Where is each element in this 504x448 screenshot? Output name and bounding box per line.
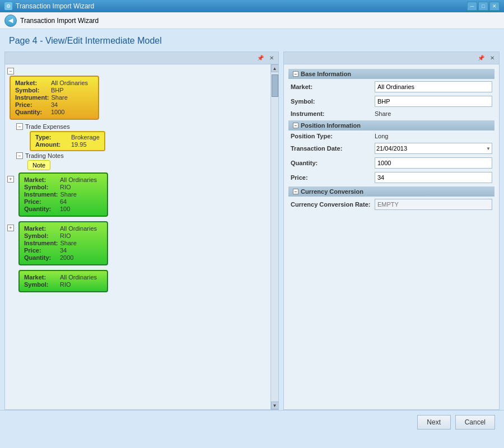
- maximize-button[interactable]: □: [478, 2, 488, 11]
- notes-toggle[interactable]: − Trading Notes: [16, 151, 268, 160]
- rio2-symbol: RIO: [60, 232, 71, 239]
- rio2-expand-toggle[interactable]: +: [7, 221, 14, 232]
- base-info-section-header: − Base Information: [288, 69, 494, 79]
- expense-amount: 19.95: [71, 141, 87, 148]
- breadcrumb-bar: ◀ Transaction Import Wizard: [0, 12, 504, 29]
- bhp-expand-toggle[interactable]: −: [7, 67, 268, 76]
- back-button[interactable]: ◀: [4, 15, 17, 27]
- base-info-collapse-icon[interactable]: −: [293, 71, 298, 77]
- rio1-expand-toggle[interactable]: +: [7, 172, 14, 184]
- currency-rate-input[interactable]: [375, 199, 492, 210]
- app-icon: ⚙: [4, 2, 12, 10]
- quantity-row: Quantity:: [288, 157, 494, 169]
- scroll-down-arrow[interactable]: ▼: [271, 402, 279, 409]
- currency-rate-row: Currency Conversion Rate:: [288, 199, 494, 210]
- rio2-market: All Ordinaries: [60, 225, 97, 232]
- expense-card-container: Type: Brokerage Amount: 19.95: [16, 131, 268, 151]
- note-badge-container: Note: [16, 160, 268, 170]
- next-button[interactable]: Next: [417, 415, 451, 430]
- breadcrumb: Transaction Import Wizard: [20, 17, 99, 25]
- rio3-transaction-card[interactable]: Market: All Ordinaries Symbol: RIO: [18, 270, 108, 292]
- rio2-transaction-card[interactable]: Market: All Ordinaries Symbol: RIO Instr…: [18, 221, 108, 265]
- rio3-market: All Ordinaries: [60, 274, 97, 281]
- transaction-date-value: 21/04/2013: [376, 145, 407, 152]
- left-panel-header: 📌 ✕: [5, 52, 278, 64]
- position-info-collapse-icon[interactable]: −: [293, 123, 298, 128]
- transaction-date-select[interactable]: 21/04/2013 ▼: [375, 143, 492, 154]
- close-right-panel-icon[interactable]: ✕: [488, 54, 497, 63]
- expense-card[interactable]: Type: Brokerage Amount: 19.95: [30, 131, 105, 151]
- notes-label: Trading Notes: [25, 152, 64, 159]
- market-input[interactable]: [375, 81, 492, 92]
- rio3-transaction-group: Market: All Ordinaries Symbol: RIO: [7, 270, 268, 295]
- symbol-input[interactable]: [375, 96, 492, 107]
- bhp-toggle-icon: −: [7, 68, 14, 74]
- close-left-panel-icon[interactable]: ✕: [267, 54, 276, 63]
- market-row: Market:: [288, 81, 494, 92]
- rio2-instrument-label: Instrument:: [24, 240, 58, 246]
- instrument-value: Share: [375, 110, 492, 117]
- page-title: Page 4 - View/Edit Intermediate Model: [9, 36, 495, 46]
- notes-toggle-icon: −: [16, 152, 23, 159]
- rio1-price: 64: [60, 198, 67, 205]
- trading-notes-section: − Trading Notes Note: [7, 151, 268, 170]
- close-button[interactable]: ✕: [489, 2, 500, 11]
- expenses-label: Trade Expenses: [25, 123, 70, 130]
- note-text: Note: [32, 162, 45, 169]
- position-info-title: Position Information: [301, 122, 361, 129]
- price-input[interactable]: [375, 172, 492, 183]
- rio2-instrument: Share: [60, 240, 77, 246]
- left-panel-body: − Market: All Ordinaries Symbol: BHP Ins…: [5, 64, 278, 409]
- symbol-row: Symbol:: [288, 96, 494, 107]
- rio1-market-label: Market:: [24, 176, 58, 183]
- left-scrollbar[interactable]: ▲ ▼: [270, 64, 278, 409]
- bhp-symbol: BHP: [51, 87, 64, 94]
- scroll-up-arrow[interactable]: ▲: [271, 64, 279, 72]
- currency-collapse-icon[interactable]: −: [293, 189, 298, 194]
- rio1-transaction-card[interactable]: Market: All Ordinaries Symbol: RIO Instr…: [18, 172, 108, 217]
- rio3-symbol-label: Symbol:: [24, 281, 58, 288]
- quantity-label: Quantity:: [15, 109, 49, 115]
- main-content: 📌 ✕ − Market: All Ordinaries Sy: [0, 52, 504, 410]
- expense-type: Brokerage: [71, 134, 100, 141]
- position-type-label: Position Type:: [291, 133, 375, 139]
- rio1-symbol-label: Symbol:: [24, 184, 58, 190]
- rio1-symbol: RIO: [60, 184, 71, 190]
- scroll-thumb[interactable]: [272, 74, 278, 97]
- rio2-price: 34: [60, 247, 67, 254]
- transaction-date-row: Transaction Date: 21/04/2013 ▼: [288, 143, 494, 154]
- window-title: Transaction Import Wizard: [16, 2, 94, 10]
- bhp-transaction-group: − Market: All Ordinaries Symbol: BHP Ins…: [7, 67, 268, 170]
- rio2-symbol-label: Symbol:: [24, 232, 58, 239]
- quantity-input[interactable]: [375, 157, 492, 169]
- symbol-field-label: Symbol:: [291, 98, 375, 105]
- rio2-toggle-icon: +: [7, 225, 14, 231]
- note-badge[interactable]: Note: [27, 160, 50, 170]
- rio1-market: All Ordinaries: [60, 176, 97, 183]
- minimize-button[interactable]: ─: [467, 2, 477, 11]
- right-panel-body: − Base Information Market: Symbol: Instr…: [284, 64, 499, 409]
- scroll-track: [271, 72, 278, 402]
- price-row: Price:: [288, 172, 494, 183]
- quantity-field-label: Quantity:: [291, 160, 375, 166]
- rio1-quantity-label: Quantity:: [24, 206, 58, 212]
- rio1-transaction-group: + Market: All Ordinaries Symbol: RIO: [7, 172, 268, 219]
- bhp-transaction-card[interactable]: Market: All Ordinaries Symbol: BHP Instr…: [10, 76, 99, 120]
- bhp-price: 34: [51, 101, 58, 108]
- position-type-value: Long: [375, 133, 492, 139]
- expenses-toggle[interactable]: − Trade Expenses: [16, 122, 268, 131]
- bottom-bar: Next Cancel: [0, 410, 504, 433]
- rio3-symbol: RIO: [60, 281, 71, 288]
- cancel-button[interactable]: Cancel: [455, 415, 495, 430]
- currency-rate-label: Currency Conversion Rate:: [291, 201, 375, 208]
- instrument-field-label: Instrument:: [291, 110, 375, 117]
- title-bar: ⚙ Transaction Import Wizard ─ □ ✕: [0, 0, 504, 12]
- rio2-quantity: 2000: [60, 254, 73, 261]
- pin-right-icon[interactable]: 📌: [477, 54, 486, 63]
- left-panel: 📌 ✕ − Market: All Ordinaries Sy: [4, 52, 279, 410]
- rio3-market-label: Market:: [24, 274, 58, 281]
- currency-section-title: Currency Conversion: [301, 188, 363, 195]
- pin-icon[interactable]: 📌: [256, 54, 265, 63]
- instrument-row: Instrument: Share: [288, 110, 494, 117]
- currency-section-header: − Currency Conversion: [288, 186, 494, 197]
